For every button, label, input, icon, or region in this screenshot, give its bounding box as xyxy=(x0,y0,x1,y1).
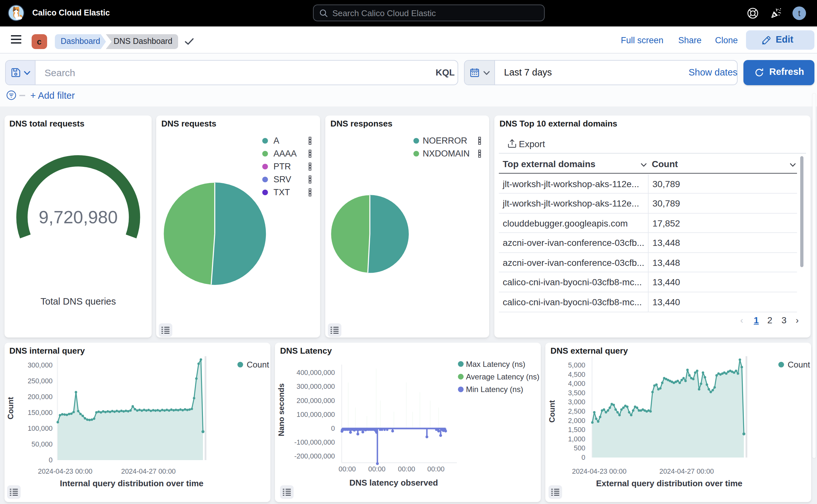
svg-text:100,000: 100,000 xyxy=(27,425,52,432)
svg-text:Internal query distribution ov: Internal query distribution over time xyxy=(60,479,203,488)
svg-text:2024-04-23 00:00: 2024-04-23 00:00 xyxy=(38,468,92,475)
svg-text:Total DNS queries: Total DNS queries xyxy=(40,296,116,307)
svg-text:3,000: 3,000 xyxy=(568,398,585,406)
svg-text:0: 0 xyxy=(48,456,52,464)
svg-text:300,000: 300,000 xyxy=(27,361,52,369)
svg-text:100,000,000: 100,000,000 xyxy=(297,411,335,418)
svg-text:2024-04-23 00:00: 2024-04-23 00:00 xyxy=(572,468,627,475)
svg-text:PTR: PTR xyxy=(274,162,291,171)
svg-text:TXT: TXT xyxy=(274,187,290,197)
svg-text:1,000: 1,000 xyxy=(568,435,585,443)
svg-text:AAAA: AAAA xyxy=(274,149,297,158)
svg-text:5,000: 5,000 xyxy=(568,361,585,369)
svg-text:2024-04-27 00:00: 2024-04-27 00:00 xyxy=(121,468,176,475)
svg-text:Min Latency (ns): Min Latency (ns) xyxy=(466,385,523,394)
svg-text:Max Latency (ns): Max Latency (ns) xyxy=(466,360,525,368)
svg-text:Average Latency (ns): Average Latency (ns) xyxy=(466,372,540,381)
svg-text:-100,000,000: -100,000,000 xyxy=(294,438,335,446)
svg-text:150,000: 150,000 xyxy=(27,409,52,417)
svg-text:NXDOMAIN: NXDOMAIN xyxy=(423,149,470,158)
svg-text:00:00: 00:00 xyxy=(398,465,415,473)
svg-text:0: 0 xyxy=(581,454,585,461)
svg-text:300,000,000: 300,000,000 xyxy=(297,383,335,390)
svg-text:Count: Count xyxy=(548,400,556,422)
svg-text:DNS latency observed: DNS latency observed xyxy=(349,478,438,488)
svg-text:1,500: 1,500 xyxy=(568,426,585,434)
svg-text:NOERROR: NOERROR xyxy=(423,136,467,146)
svg-text:2,000: 2,000 xyxy=(568,417,585,425)
svg-text:External query distribution ov: External query distribution over time xyxy=(596,479,742,488)
svg-text:Count: Count xyxy=(247,360,269,369)
svg-text:200,000: 200,000 xyxy=(27,393,52,401)
svg-text:Count: Count xyxy=(788,360,810,369)
svg-text:50,000: 50,000 xyxy=(31,440,53,448)
svg-text:3,500: 3,500 xyxy=(568,389,585,397)
svg-text:A: A xyxy=(274,136,279,146)
svg-text:250,000: 250,000 xyxy=(27,377,52,385)
svg-text:0: 0 xyxy=(331,425,335,432)
svg-text:00:00: 00:00 xyxy=(427,465,445,473)
svg-text:Nano seconds: Nano seconds xyxy=(277,383,286,436)
svg-text:SRV: SRV xyxy=(274,175,291,184)
svg-text:2024-04-27 00:00: 2024-04-27 00:00 xyxy=(660,468,714,475)
svg-text:500: 500 xyxy=(574,444,585,452)
svg-text:400,000,000: 400,000,000 xyxy=(297,369,335,377)
svg-text:Count: Count xyxy=(6,397,15,419)
svg-text:-200,000,000: -200,000,000 xyxy=(294,452,335,460)
svg-text:2,500: 2,500 xyxy=(568,408,585,415)
svg-text:4,000: 4,000 xyxy=(568,380,585,388)
svg-text:00:00: 00:00 xyxy=(338,465,356,473)
svg-text:200,000,000: 200,000,000 xyxy=(297,397,335,405)
svg-text:00:00: 00:00 xyxy=(368,465,386,473)
svg-text:9,720,980: 9,720,980 xyxy=(38,207,117,227)
svg-text:4,500: 4,500 xyxy=(568,371,585,378)
